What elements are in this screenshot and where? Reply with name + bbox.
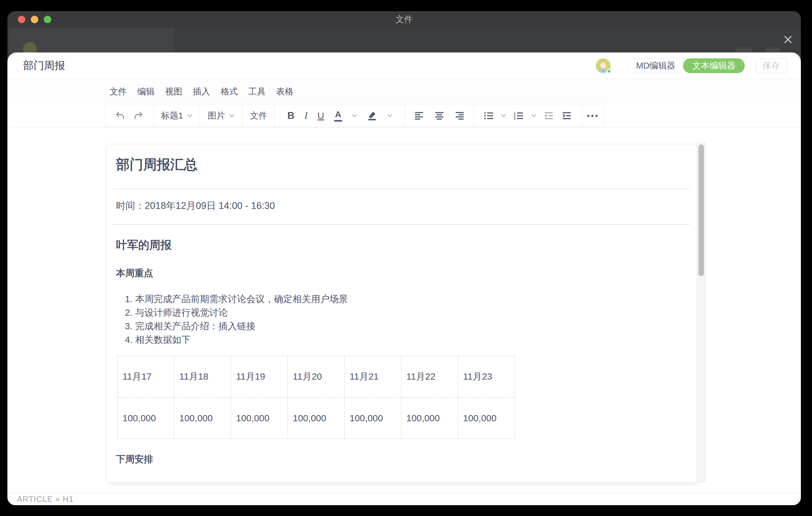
scrollbar-thumb[interactable] (698, 144, 704, 276)
bullet-list-chevron-icon[interactable] (501, 114, 506, 118)
doc-data-table[interactable]: 11月17 11月18 11月19 11月20 11月21 11月22 11月2… (117, 356, 515, 439)
table-cell[interactable]: 100,000 (231, 398, 288, 439)
formatting-toolbar: 标题1 图片 文件 B (105, 104, 604, 127)
menu-format[interactable]: 格式 (221, 86, 238, 97)
underline-button[interactable]: U (317, 111, 324, 121)
window-titlebar: 文件 (7, 11, 801, 28)
table-row-values: 100,000 100,000 100,000 100,000 100,000 … (118, 398, 515, 439)
toolbar-row: 标题1 图片 文件 B (7, 104, 801, 127)
align-left-button[interactable] (414, 111, 424, 120)
dimmed-button (766, 48, 780, 53)
insert-image-label: 图片 (208, 110, 225, 122)
table-cell[interactable]: 100,000 (118, 398, 174, 439)
text-editor-tab[interactable]: 文本编辑器 (683, 58, 745, 73)
table-cell[interactable]: 11月17 (118, 356, 174, 398)
highlight-button[interactable] (367, 111, 377, 121)
undo-button[interactable] (115, 111, 125, 120)
modal-header: 部门周报 MD编辑器 文本编辑器 保存 (7, 53, 801, 79)
table-cell[interactable]: 100,000 (288, 398, 345, 439)
editor-modal: 部门周报 MD编辑器 文本编辑器 保存 (7, 53, 801, 505)
chevron-down-icon (187, 114, 193, 118)
document-name: 部门周报 (23, 59, 65, 73)
numbered-list-chevron-icon[interactable] (531, 114, 536, 118)
list-item: 本周完成产品前期需求讨论会议，确定相关用户场景 (135, 292, 687, 306)
editor-mode-switch: MD编辑器 文本编辑器 (628, 58, 745, 73)
list-item: 相关数据如下 (135, 333, 687, 347)
more-options-button[interactable]: ••• (582, 104, 604, 127)
doc-subsection-heading: 本周重点 (116, 267, 687, 279)
table-cell[interactable]: 100,000 (345, 398, 401, 439)
heading-style-dropdown[interactable]: 标题1 (154, 104, 200, 127)
save-button[interactable]: 保存 (756, 58, 787, 73)
menu-bar: 文件 编辑 视图 插入 格式 工具 表格 (7, 79, 801, 104)
doc-title: 部门周报汇总 (116, 156, 687, 173)
insert-image-dropdown[interactable]: 图片 (200, 104, 242, 127)
menu-table[interactable]: 表格 (276, 86, 293, 97)
window-title: 文件 (396, 13, 413, 25)
minimize-window-button[interactable] (31, 16, 38, 23)
table-cell[interactable]: 11月20 (288, 356, 345, 398)
table-cell[interactable]: 100,000 (401, 398, 458, 439)
doc-numbered-list: 本周完成产品前期需求讨论会议，确定相关用户场景 与设计师进行视觉讨论 完成相关产… (116, 292, 687, 347)
doc-time-line: 时间：2018年12月09日 14:00 - 16:30 (116, 199, 687, 212)
header-controls: MD编辑器 文本编辑器 保存 (596, 58, 787, 73)
doc-section-heading: 叶军的周报 (116, 238, 687, 252)
menu-edit[interactable]: 编辑 (137, 86, 154, 97)
redo-button[interactable] (134, 111, 143, 120)
online-status-dot (607, 69, 611, 74)
macos-window: 文件 部门周报 (7, 11, 801, 505)
menu-file[interactable]: 文件 (110, 86, 127, 97)
list-item: 完成相关产品介绍：插入链接 (135, 319, 687, 333)
insert-file-label: 文件 (250, 110, 267, 122)
element-path-breadcrumb: ARTICLE » H1 (17, 494, 74, 504)
outdent-button[interactable] (544, 111, 554, 120)
indent-button[interactable] (561, 111, 572, 120)
screen: 文件 部门周报 (0, 0, 812, 516)
traffic-lights (18, 16, 51, 23)
dimmed-button (735, 48, 752, 53)
italic-button[interactable]: I (304, 110, 308, 121)
numbered-list-button[interactable]: 1 2 3 (513, 111, 524, 120)
editor-content-area: 部门周报汇总 时间：2018年12月09日 14:00 - 16:30 叶军的周… (7, 127, 801, 492)
md-editor-tab[interactable]: MD编辑器 (628, 59, 683, 73)
divider (113, 224, 690, 225)
table-cell[interactable]: 11月19 (231, 356, 288, 398)
menu-insert[interactable]: 插入 (193, 86, 210, 97)
highlight-chevron-icon[interactable] (387, 114, 392, 118)
dimmed-backdrop (7, 28, 801, 53)
table-row-dates: 11月17 11月18 11月19 11月20 11月21 11月22 11月2… (118, 356, 515, 398)
status-bar: ARTICLE » H1 (7, 492, 801, 505)
heading-style-label: 标题1 (161, 110, 183, 122)
table-cell[interactable]: 100,000 (458, 398, 515, 439)
close-modal-icon[interactable] (783, 34, 793, 45)
table-cell[interactable]: 11月22 (401, 356, 458, 398)
table-cell[interactable]: 11月23 (458, 356, 515, 398)
menu-view[interactable]: 视图 (165, 86, 182, 97)
svg-text:3: 3 (514, 117, 516, 120)
user-avatar[interactable] (596, 58, 611, 73)
table-cell[interactable]: 100,000 (174, 398, 231, 439)
document-page[interactable]: 部门周报汇总 时间：2018年12月09日 14:00 - 16:30 叶军的周… (107, 144, 697, 482)
table-cell[interactable]: 11月21 (345, 356, 401, 398)
table-cell[interactable]: 11月18 (174, 356, 231, 398)
doc-next-week-heading: 下周安排 (116, 454, 687, 465)
font-color-chevron-icon[interactable] (352, 114, 357, 118)
chevron-down-icon (229, 114, 234, 118)
font-color-button[interactable]: A (334, 110, 342, 122)
more-dots-icon: ••• (587, 111, 599, 120)
divider (113, 189, 690, 189)
align-center-button[interactable] (435, 111, 444, 120)
menu-tools[interactable]: 工具 (248, 86, 266, 97)
align-right-button[interactable] (455, 111, 464, 120)
bullet-list-button[interactable] (484, 111, 494, 120)
close-window-button[interactable] (18, 16, 25, 23)
insert-file-button[interactable]: 文件 (242, 104, 274, 127)
list-item: 与设计师进行视觉讨论 (135, 306, 687, 319)
bold-button[interactable]: B (287, 110, 294, 121)
zoom-window-button[interactable] (44, 16, 51, 23)
